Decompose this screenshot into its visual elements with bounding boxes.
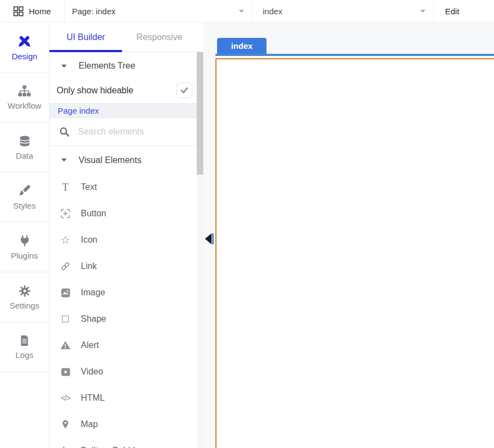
element-item-label: Built on Bubble [81,446,140,448]
chevron-down-icon [60,63,68,70]
document-icon [18,334,31,347]
panel-canvas-gutter [203,23,215,448]
element-item-label: Image [81,288,105,298]
element-item-label: Button [81,209,106,219]
element-item-built-on-bubble[interactable]: b Built on Bubble [49,438,197,448]
sidebar-item-design[interactable]: Design [0,23,49,72]
image-icon [59,288,72,298]
workflow-icon [18,84,31,98]
sidebar-item-styles[interactable]: Styles [0,172,49,222]
only-show-hideable-label: Only show hideable [57,86,134,96]
square-shape-icon [59,314,72,324]
map-pin-icon [59,419,72,429]
home-label: Home [29,7,51,16]
element-item-video[interactable]: Video [49,359,197,385]
tree-item-page-index[interactable]: Page index [49,103,197,118]
chevron-down-icon [238,8,245,15]
video-play-icon [59,367,72,377]
element-item-button[interactable]: Button [49,200,197,227]
only-show-hideable-row: Only show hideable [49,77,197,103]
button-icon [59,208,72,219]
design-canvas: index [215,23,494,448]
element-selector-dropdown[interactable]: index [253,0,434,22]
element-item-label: Map [81,419,98,429]
bubble-editor: Home Page: index index Edit Design [0,0,494,448]
section-title: Visual Elements [79,155,141,165]
element-item-map[interactable]: Map [49,411,197,438]
sidebar-item-data[interactable]: Data [0,122,49,172]
chevron-down-icon [419,8,426,15]
sidebar-item-label: Design [12,52,37,61]
star-icon: ☆ [59,233,72,247]
tab-label: Responsive [136,32,182,42]
element-item-image[interactable]: Image [49,279,197,306]
page-canvas-index[interactable] [215,58,494,448]
element-item-label: Link [81,261,97,271]
element-item-label: HTML [81,393,105,403]
visual-elements-header[interactable]: Visual Elements [49,146,197,174]
sidebar-item-label: Workflow [8,101,41,110]
tab-ui-builder[interactable]: UI Builder [49,23,122,52]
element-item-label: Text [81,182,97,192]
elements-tree-header[interactable]: Elements Tree [49,54,197,77]
chevron-down-icon [60,156,68,164]
search-icon [59,126,70,137]
sidebar-item-logs[interactable]: Logs [0,322,49,372]
plug-icon [18,234,31,248]
sidebar-item-label: Settings [9,301,39,310]
edit-menu[interactable]: Edit [434,0,459,22]
scrollbar-thumb[interactable] [197,52,203,175]
page-selector-dropdown[interactable]: Page: index [65,0,253,22]
page-tab-index[interactable]: index [217,38,267,54]
warning-triangle-icon [59,340,72,351]
element-item-label: Video [81,367,103,377]
collapse-handle-bar [212,233,214,244]
link-icon [59,261,72,272]
page-selector-value: Page: index [72,7,115,16]
element-item-icon[interactable]: ☆ Icon [49,227,197,253]
grid-home-icon [13,6,24,16]
panel-tabs: UI Builder Responsive [49,23,203,52]
tree-item-label: Page index [58,106,99,115]
sidebar-item-label: Logs [15,350,34,360]
styles-icon [18,184,31,198]
element-item-html[interactable]: </> HTML [49,385,197,411]
sidebar-item-settings[interactable]: Settings [0,272,49,322]
element-item-label: Shape [81,314,106,324]
search-row [49,118,197,146]
sidebar-item-label: Plugins [11,251,38,260]
home-button[interactable]: Home [0,0,65,22]
panel-scrollbar[interactable] [197,52,203,448]
only-show-hideable-checkbox[interactable] [176,82,192,98]
element-item-link[interactable]: Link [49,253,197,279]
element-item-text[interactable]: T Text [49,174,197,200]
check-icon [180,86,189,95]
element-item-shape[interactable]: Shape [49,306,197,332]
collapse-panel-arrow-icon[interactable] [205,233,212,244]
element-item-label: Icon [81,235,97,245]
design-icon [17,33,32,48]
bubble-icon: b [59,445,72,448]
element-item-label: Alert [81,340,99,350]
element-item-alert[interactable]: Alert [49,332,197,359]
section-title: Elements Tree [79,61,135,71]
elements-panel: UI Builder Responsive Elements Tree Only… [49,23,203,448]
sidebar-item-plugins[interactable]: Plugins [0,222,49,272]
main-sidebar: Design Workflow Data Styles [0,23,49,448]
sidebar-item-workflow[interactable]: Workflow [0,72,49,122]
responsive-guide-line [215,54,494,56]
data-icon [18,135,31,148]
sidebar-item-label: Data [16,151,34,160]
search-input[interactable] [78,127,182,137]
tab-responsive[interactable]: Responsive [122,23,197,52]
panel-scroll-area: Elements Tree Only show hideable Page in… [49,52,197,448]
gear-icon [18,284,31,298]
top-bar: Home Page: index index Edit [0,0,494,23]
element-selector-value: index [263,7,282,16]
code-icon: </> [59,394,72,402]
page-tab-label: index [231,41,252,51]
sidebar-item-label: Styles [13,201,36,210]
edit-label: Edit [445,7,459,16]
text-icon: T [59,181,72,193]
tab-label: UI Builder [66,32,105,42]
